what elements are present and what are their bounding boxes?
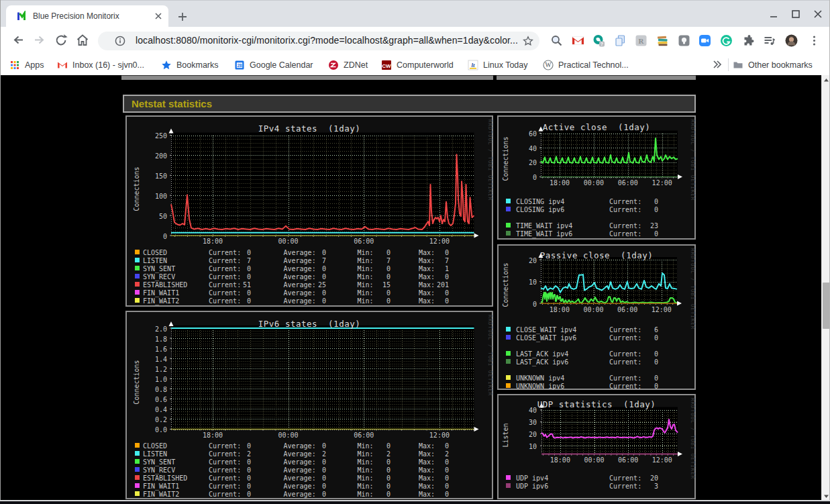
y-tick-label: 1.0: [127, 375, 167, 383]
legend-current-header: Current:: [609, 474, 641, 482]
reload-button[interactable]: [53, 32, 69, 48]
legend-average-header: Average:: [284, 442, 316, 450]
chart-canvas-passive: [499, 246, 694, 389]
url-text[interactable]: localhost:8080/monitorix-cgi/monitorix.c…: [136, 35, 518, 46]
bookmark-item-practical-technol[interactable]: WPractical Technol...: [543, 54, 629, 75]
svg-text:W: W: [546, 62, 552, 68]
legend-label: SYN_SENT: [143, 458, 175, 466]
bookmark-item-google-calendar[interactable]: 28Google Calendar: [234, 54, 313, 75]
legend-label: LISTEN: [143, 257, 167, 264]
page-info-icon[interactable]: [115, 36, 125, 46]
legend-label: FIN_WAIT2: [143, 491, 179, 498]
bookmark-label: Inbox (16) - sjvn0...: [72, 60, 144, 70]
new-tab-button[interactable]: [176, 10, 189, 23]
legend-min-value: 0: [386, 491, 391, 498]
maximize-button[interactable]: [789, 7, 802, 21]
legend-swatch: [506, 383, 511, 388]
bookmark-label: Linux Today: [483, 60, 528, 70]
y-tick-label: 0: [127, 232, 167, 240]
search-icon[interactable]: [550, 34, 563, 47]
x-tick-label: 00:00: [278, 432, 299, 439]
bookmarks-overflow-icon[interactable]: [710, 58, 723, 71]
home-button[interactable]: [74, 32, 91, 48]
zoom-icon[interactable]: [698, 34, 711, 47]
legend-swatch: [135, 443, 140, 448]
graph-active: Active close (1day)ConnectionsRRDTOOL / …: [497, 115, 696, 240]
legend-label: CLOSING ipv4: [516, 198, 564, 205]
playlist-icon[interactable]: [763, 34, 776, 47]
y-tick-label: 0.2: [127, 415, 167, 423]
r-gray-icon[interactable]: R: [635, 34, 647, 47]
avatar-icon[interactable]: [785, 34, 798, 47]
legend-swatch: [135, 274, 140, 279]
legend-current-value: 0: [654, 374, 658, 382]
legend-current-value: 0: [654, 230, 658, 238]
bookmark-item-bookmarks[interactable]: Bookmarks: [161, 54, 219, 75]
y-tick-label: 20: [499, 256, 537, 264]
legend-average-header: Average:: [284, 483, 316, 490]
legend-current-value: 20: [650, 474, 658, 482]
back-button[interactable]: [10, 32, 26, 48]
legend-max-header: Max:: [419, 289, 435, 297]
legend-current-value: 0: [247, 273, 251, 281]
bookmark-item-linux-today[interactable]: lt Linux Today: [468, 54, 528, 75]
bookmark-label: Practical Technol...: [558, 60, 629, 70]
legend-max-value: 7: [445, 257, 449, 264]
forward-button[interactable]: [32, 32, 48, 48]
legend-max-value: 0: [445, 289, 449, 297]
svg-text:?: ?: [601, 42, 603, 46]
puzzle-icon[interactable]: [741, 34, 754, 47]
legend-current-header: Current:: [209, 281, 241, 289]
y-tick-label: 40: [499, 144, 537, 152]
legend-max-header: Max:: [419, 442, 435, 450]
x-tick-label: 12:00: [429, 238, 450, 245]
copy-icon[interactable]: [614, 34, 627, 47]
wordpress-icon: W: [543, 60, 554, 70]
x-tick-label: 00:00: [278, 238, 299, 245]
legend-max-value: 0: [445, 273, 449, 281]
close-window-button[interactable]: [811, 7, 825, 21]
legend-current-header: Current:: [609, 198, 641, 205]
legend-average-header: Average:: [284, 491, 316, 498]
address-bar[interactable]: localhost:8080/monitorix-cgi/monitorix.c…: [98, 32, 539, 50]
legend-max-value: 1: [445, 265, 449, 272]
legend-current-value: 0: [654, 358, 658, 366]
legend-max-value: 0: [445, 458, 449, 466]
legend-label: UDP ipv4: [516, 474, 548, 482]
bookmark-star-icon[interactable]: [523, 36, 533, 46]
chat-icon[interactable]: ?: [592, 34, 605, 47]
svg-text:lt: lt: [471, 62, 475, 68]
grammarly-icon[interactable]: [720, 34, 733, 47]
bookmark-item-zdnet[interactable]: ZDNet: [328, 54, 368, 75]
gmail-ext-icon[interactable]: [572, 34, 584, 47]
legend-label: SYN_RECV: [143, 273, 175, 281]
tab-strip: Blue Precision Monitorix: [0, 0, 830, 27]
previous-section-box-edge: [497, 75, 696, 80]
menu-dots-icon[interactable]: [808, 34, 821, 47]
y-tick-label: 2.0: [127, 325, 167, 332]
legend-average-header: Average:: [284, 297, 316, 305]
bookmark-item-computerworld[interactable]: CWComputerworld: [381, 54, 454, 75]
browser-tab[interactable]: Blue Precision Monitorix: [6, 5, 168, 28]
legend-current-value: 0: [247, 289, 251, 297]
legend-label: LISTEN: [143, 450, 167, 458]
graph-ipv4: IPv4 states (1day)ConnectionsRRDTOOL / T…: [125, 115, 493, 307]
books-icon[interactable]: [656, 34, 669, 47]
legend-min-header: Min:: [358, 273, 374, 281]
browser-toolbar: localhost:8080/monitorix-cgi/monitorix.c…: [0, 27, 830, 54]
bulb-icon[interactable]: [678, 34, 690, 47]
tab-close-icon[interactable]: [153, 11, 164, 21]
chart-title-active: Active close (1day): [543, 122, 651, 132]
y-tick-label: 1.6: [127, 345, 167, 352]
minimize-button[interactable]: [767, 7, 780, 21]
legend-current-header: Current:: [609, 334, 641, 342]
bookmark-item-apps[interactable]: Apps: [9, 54, 44, 75]
legend-current-header: Current:: [609, 222, 641, 230]
bookmark-item-inbox-16-sjvn0[interactable]: Inbox (16) - sjvn0...: [57, 54, 144, 75]
legend-label: LAST_ACK ipv6: [516, 358, 568, 366]
y-tick-label: 0: [499, 300, 537, 307]
legend-average-value: 0: [322, 297, 326, 305]
other-bookmarks-folder[interactable]: Other bookmarks: [733, 54, 813, 75]
legend-current-value: 0: [654, 334, 658, 342]
legend-min-header: Min:: [358, 491, 374, 498]
